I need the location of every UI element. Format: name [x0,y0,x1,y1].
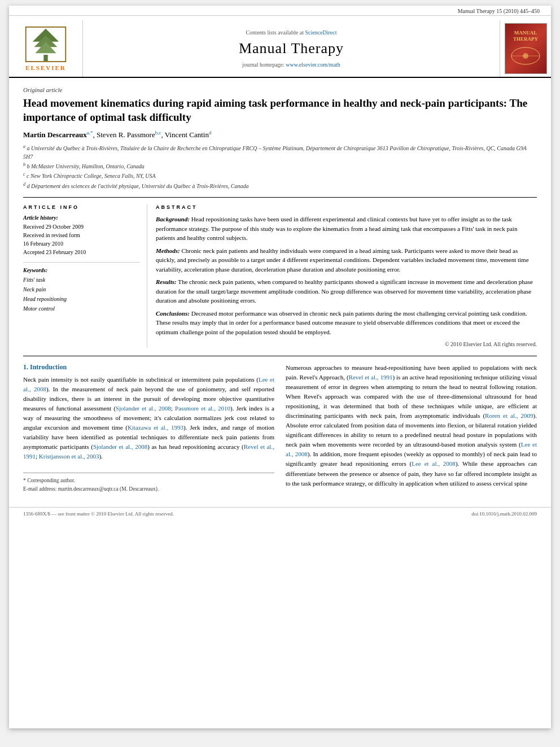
ref-sjolander2008-2[interactable]: Sjolander et al., 2008 [93,443,147,450]
article-info-col: ARTICLE INFO Article history: Received 2… [23,204,147,347]
journal-center: Contents lists available at ScienceDirec… [82,20,500,77]
doi-text: doi:10.1016/j.math.2010.02.009 [471,511,537,517]
cover-illustration [509,45,542,67]
homepage-link[interactable]: www.elsevier.com/math [286,62,340,68]
journal-citation-bar: Manual Therapy 15 (2010) 445–450 [9,6,551,16]
email-link[interactable]: martin.descarreaux@uqtr.ca [58,486,119,492]
methods-label: Methods: [156,247,180,254]
svg-rect-0 [43,55,47,61]
svg-point-7 [523,53,528,59]
article-type: Original article [23,86,537,93]
keywords-label: Keywords: [23,267,140,273]
intro-para-2: Numerous approaches to measure head-repo… [286,363,537,488]
authors-line: Martin Descarreauxa,*, Steven R. Passmor… [23,130,537,139]
divider-1 [23,197,537,198]
page: Manual Therapy 15 (2010) 445–450 ELSEVIE… [9,6,551,728]
ref-lee2008-1[interactable]: Lee et al., 2008 [23,376,274,392]
author-cantin: , Vincent Cantin [161,131,209,139]
elsevier-tree-icon [23,26,68,63]
results-text: The chronic neck pain patients, when com… [156,278,533,304]
affiliation-d: d d Département des sciences de l'activi… [23,181,537,190]
ref-roren2009[interactable]: Roren et al., 2009 [485,412,533,419]
author-sup3: d [209,130,212,136]
ref-lee2008-3[interactable]: Lee et al., 2008 [412,460,456,467]
methods-text: Chronic neck pain patients and healthy i… [156,247,529,273]
sciencedirect-line: Contents lists available at ScienceDirec… [246,29,336,36]
author-sup1: a,* [87,130,93,136]
footnote-area: * Corresponding author. E-mail address: … [23,473,274,493]
intro-heading: 1. Introduction [23,363,274,372]
elsevier-logo-area: ELSEVIER [9,20,82,77]
affiliation-b: b b McMaster University, Hamilton, Ontar… [23,161,537,171]
corresponding-label: * Corresponding author. [23,478,75,483]
ref-lee2008-2[interactable]: Lee et al., 2008 [286,441,537,457]
ref-revel1991-2[interactable]: Revel et al., 1991 [349,374,393,381]
history-label: Article history: [23,215,140,221]
body-two-col: 1. Introduction Neck pain intensity is n… [23,363,537,493]
bottom-bar: 1356-689X/$ — see front matter © 2010 El… [9,507,551,520]
article-history: Article history: Received 29 October 200… [23,215,140,256]
body-right-col: Numerous approaches to measure head-repo… [286,363,537,493]
revised-label: Received in revised form [23,231,140,239]
corresponding-footnote: * Corresponding author. [23,477,274,484]
journal-header: ELSEVIER Contents lists available at Sci… [9,16,551,78]
journal-homepage: journal homepage: www.elsevier.com/math [242,62,340,68]
received-date: Received 29 October 2009 [23,222,140,231]
affiliation-c: c c New York Chiropractic College, Senec… [23,171,537,180]
conclusions-label: Conclusions: [156,310,190,317]
author-sup2: b,c [155,130,161,136]
ref-sjolander2008[interactable]: Sjolander et al., 2008 [116,405,171,412]
background-text: Head repositioning tasks have been used … [156,216,517,241]
affiliation-a: a a Université du Québec à Trois-Rivière… [23,143,537,161]
keyword-list: Fitts' task Neck pain Head repositioning… [23,275,140,313]
author-passmore: , Steven R. Passmore [93,131,155,139]
journal-citation: Manual Therapy 15 (2010) 445–450 [458,8,540,14]
background-label: Background: [156,216,190,222]
copyright-line: © 2010 Elsevier Ltd. All rights reserved… [156,341,537,347]
ref-passmore2010[interactable]: Passmore et al., 2010 [175,405,230,412]
article-content: Original article Head movement kinematic… [9,78,551,501]
homepage-pre: journal homepage: [242,62,286,68]
abstract-methods: Methods: Chronic neck pain patients and … [156,246,537,274]
issn-text: 1356-689X/$ — see front matter © 2010 El… [23,511,174,517]
email-suffix: (M. Descarreaux). [119,486,159,492]
journal-cover-area: ManualTherapy [500,20,551,77]
accepted-date: Accepted 23 February 2010 [23,248,140,256]
info-divider [23,262,140,263]
elsevier-label: ELSEVIER [25,64,66,71]
body-left-col: 1. Introduction Neck pain intensity is n… [23,363,274,493]
keywords-section: Keywords: Fitts' task Neck pain Head rep… [23,267,140,313]
sciencedirect-link[interactable]: ScienceDirect [305,29,336,36]
journal-cover-image: ManualTherapy [505,23,547,74]
ref-kristjansson2003[interactable]: Kristjansson et al., 2003 [39,453,99,460]
email-footnote: E-mail address: martin.descarreaux@uqtr.… [23,485,274,493]
revised-date: 16 February 2010 [23,239,140,248]
ref-kitazawa1993[interactable]: Kitazawa et al., 1993 [128,424,183,431]
cover-title: ManualTherapy [513,30,538,42]
abstract-background: Background: Head repositioning tasks hav… [156,215,537,243]
body-section: 1. Introduction Neck pain intensity is n… [23,363,537,493]
abstract-results: Results: The chronic neck pain patients,… [156,277,537,305]
keyword-1: Fitts' task [23,275,140,285]
abstract-conclusions: Conclusions: Decreased motor performance… [156,309,537,337]
results-label: Results: [156,278,177,285]
journal-title: Manual Therapy [239,40,344,57]
divider-2 [23,356,537,356]
keyword-2: Neck pain [23,285,140,294]
keyword-4: Motor control [23,304,140,313]
affiliations: a a Université du Québec à Trois-Rivière… [23,143,537,190]
abstract-col: ABSTRACT Background: Head repositioning … [156,204,537,347]
abstract-heading: ABSTRACT [156,204,537,210]
article-title: Head movement kinematics during rapid ai… [23,97,537,124]
info-abstract-section: ARTICLE INFO Article history: Received 2… [23,204,537,347]
sciencedirect-pre: Contents lists available at [246,29,305,36]
article-info-heading: ARTICLE INFO [23,204,140,210]
conclusions-text: Decreased motor performance was observed… [156,310,527,335]
keyword-3: Head repositioning [23,294,140,304]
email-label: E-mail address: [23,486,58,492]
intro-para-1: Neck pain intensity is not easily quanti… [23,375,274,461]
author-descarreaux: Martin Descarreaux [23,131,87,139]
